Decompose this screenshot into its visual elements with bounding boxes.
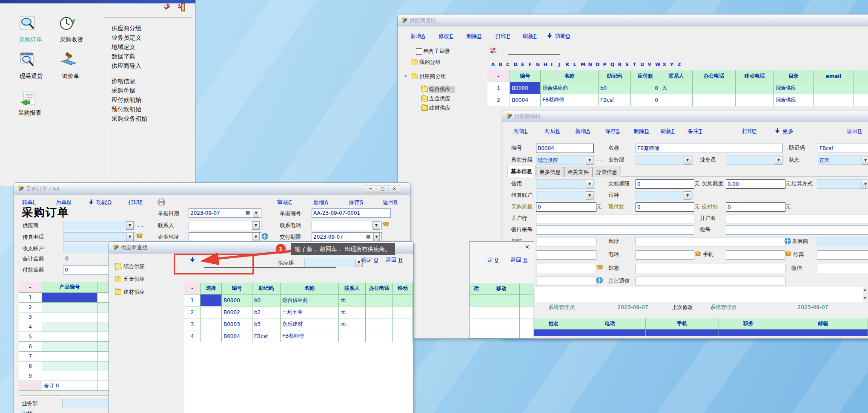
- row-number-cell[interactable]: 7: [19, 352, 42, 361]
- purchase-total-field[interactable]: 0: [536, 202, 596, 212]
- report-return-icon[interactable]: [20, 91, 38, 107]
- alphabet-letter-V[interactable]: V: [648, 62, 652, 67]
- supplier-table-cell[interactable]: [693, 82, 736, 94]
- other-contact-field[interactable]: [636, 277, 785, 286]
- search-table-header[interactable]: 名称: [281, 283, 339, 295]
- alphabet-letter-S[interactable]: S: [625, 62, 629, 67]
- mnemonic-field[interactable]: FBcsf: [818, 144, 868, 153]
- dialog-confirm-button[interactable]: 确定 O: [361, 256, 378, 264]
- alphabet-letter-O[interactable]: O: [596, 62, 599, 67]
- alphabet-letter-E[interactable]: E: [521, 62, 524, 67]
- search-table-cell[interactable]: b0: [252, 295, 281, 306]
- po-table-cell[interactable]: [97, 342, 109, 352]
- search-table-cell[interactable]: [393, 306, 413, 318]
- tools-icon[interactable]: [163, 4, 171, 12]
- quick-filter-input[interactable]: [508, 54, 560, 55]
- supplier-combo[interactable]: [63, 221, 135, 230]
- chevron-down-icon[interactable]: ▼: [586, 180, 593, 188]
- supplier-table-cell[interactable]: FBcsf: [599, 94, 631, 106]
- supplier-table-cell[interactable]: 无: [660, 82, 693, 94]
- close-button[interactable]: ✕: [389, 185, 400, 193]
- chevron-down-icon[interactable]: ▼: [372, 221, 380, 230]
- settle-method-combo[interactable]: [817, 179, 868, 189]
- supplier-table-cell[interactable]: 综合供应: [774, 82, 814, 94]
- search-table-header[interactable]: 编号: [222, 283, 252, 295]
- alphabet-letter-T[interactable]: T: [633, 62, 636, 67]
- supplier-table-header[interactable]: -: [487, 70, 510, 82]
- alphabet-letter-Z[interactable]: Z: [678, 62, 681, 67]
- po-table-cell[interactable]: [42, 332, 97, 342]
- wechat-field[interactable]: [817, 264, 868, 273]
- selected-product-cell[interactable]: [42, 293, 97, 303]
- maximize-button[interactable]: □: [377, 185, 388, 193]
- toolbar-功能-button[interactable]: 功能O: [547, 32, 570, 40]
- search-table-cell[interactable]: [201, 318, 222, 330]
- tab-基本信息[interactable]: 基本信息: [507, 166, 536, 177]
- supplier-table-cell[interactable]: [736, 82, 774, 94]
- row-number-cell[interactable]: 1: [184, 295, 201, 306]
- chevron-down-icon[interactable]: ▼: [862, 156, 868, 165]
- po-table-cell[interactable]: [97, 332, 109, 342]
- toolbar-返回-button[interactable]: 返回R: [847, 127, 862, 135]
- exit-icon[interactable]: [178, 3, 185, 12]
- menu-item[interactable]: 应付款初始: [112, 96, 141, 104]
- po-table-header[interactable]: [97, 282, 109, 293]
- row9-left-field[interactable]: [536, 277, 596, 286]
- contact-table-header[interactable]: 电话: [574, 318, 646, 329]
- po-table-cell[interactable]: [97, 361, 109, 371]
- dept-field[interactable]: [62, 399, 112, 408]
- close-icon[interactable]: ✕: [525, 244, 530, 250]
- tree-item-供应商分组[interactable]: 供应商分组: [419, 73, 446, 80]
- chevron-down-icon[interactable]: ▼: [126, 233, 134, 241]
- supplier-table-header[interactable]: 联系人: [660, 70, 693, 82]
- alphabet-letter-J[interactable]: J: [559, 62, 560, 67]
- supplier-table-cell[interactable]: 0: [631, 94, 660, 106]
- toolbar-打印-button[interactable]: 打印P: [128, 199, 143, 206]
- bank-account-name-field[interactable]: [726, 214, 868, 223]
- more-suppliers-button[interactable]: . .: [138, 222, 143, 228]
- contact-table-header[interactable]: 手机: [646, 318, 719, 329]
- row-number-cell[interactable]: 2: [184, 306, 201, 318]
- fragment-confirm-button[interactable]: 定 0: [487, 256, 498, 264]
- search-table-cell[interactable]: 永乐建材: [281, 318, 339, 330]
- shortcut-label-2[interactable]: 采购收货: [56, 36, 87, 43]
- po-table-cell[interactable]: [97, 352, 109, 361]
- row-number-cell[interactable]: 3: [19, 312, 42, 322]
- chevron-down-icon[interactable]: ▼: [775, 156, 782, 165]
- doc-date-field[interactable]: 2023-09-07: [189, 208, 261, 218]
- shortcut-label-3[interactable]: 现采退货: [14, 72, 48, 80]
- menu-item[interactable]: 数据字典: [112, 53, 135, 61]
- search-table-header[interactable]: 办公电话: [366, 283, 393, 295]
- po-table-cell[interactable]: [42, 303, 97, 312]
- supplier-table-cell[interactable]: [814, 94, 854, 106]
- name-field[interactable]: FB蔡师傅: [636, 144, 783, 153]
- search-table-cell[interactable]: 综合供应商: [281, 295, 339, 306]
- debt-term-field[interactable]: 0: [636, 179, 694, 189]
- more-groups-button[interactable]: . .: [596, 156, 602, 162]
- chevron-down-icon[interactable]: ▼: [126, 221, 134, 230]
- chevron-down-icon[interactable]: ▼: [373, 233, 380, 241]
- menu-item[interactable]: 地域定义: [112, 43, 135, 51]
- fax-field[interactable]: [817, 250, 868, 260]
- alphabet-letter-R[interactable]: R: [618, 62, 622, 67]
- chevron-down-icon[interactable]: ▼: [684, 191, 691, 200]
- alphabet-letter-H[interactable]: H: [544, 62, 547, 67]
- magnifier-doc-icon[interactable]: [19, 15, 37, 32]
- toolbar-向前-button[interactable]: 向前L: [513, 127, 527, 135]
- search-table-cell[interactable]: [366, 330, 393, 342]
- alphabet-letter-A[interactable]: A: [491, 62, 495, 67]
- search-table-cell[interactable]: B0004: [222, 330, 252, 342]
- bank-account-no-field[interactable]: [536, 225, 694, 235]
- row-number-cell[interactable]: 6: [19, 342, 42, 352]
- alphabet-letter-C[interactable]: C: [506, 62, 510, 67]
- chevron-down-icon[interactable]: ▼: [586, 191, 593, 200]
- row-number-cell[interactable]: 2: [19, 303, 42, 312]
- toolbar-备注-button[interactable]: 备注T: [688, 127, 702, 135]
- supplier-table-cell[interactable]: FB蔡师傅: [541, 94, 599, 106]
- alphabet-letter-K[interactable]: K: [566, 62, 570, 67]
- po-table-cell[interactable]: [42, 371, 97, 381]
- shortcut-label-4[interactable]: 询价单: [57, 72, 84, 80]
- search-table-cell[interactable]: FBcsf: [252, 330, 281, 342]
- po-table-cell[interactable]: [42, 322, 97, 332]
- contact-combo[interactable]: [189, 221, 261, 230]
